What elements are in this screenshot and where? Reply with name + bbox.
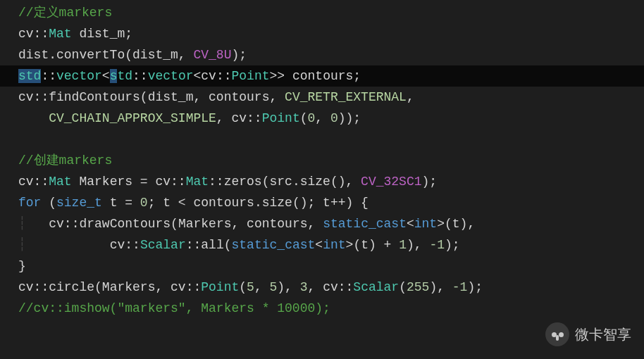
code-line: ┆ cv::drawContours(Markers, contours, st…	[0, 213, 644, 234]
code-line: CV_CHAIN_APPROX_SIMPLE, cv::Point(0, 0))…	[0, 108, 644, 129]
code-line: //创建markers	[0, 150, 644, 171]
code-line: ┆ cv::Scalar::all(static_cast<int>(t) + …	[0, 234, 644, 256]
selection: std	[18, 69, 41, 83]
code-line: cv::Mat Markers = cv::Mat::zeros(src.siz…	[0, 171, 644, 192]
watermark: 微卡智享	[545, 322, 631, 346]
code-line: //cv::imshow("markers", Markers * 10000)…	[0, 298, 644, 319]
wechat-icon	[545, 322, 569, 346]
code-line: //定义markers	[0, 2, 644, 23]
code-line: for (size_t t = 0; t < contours.size(); …	[0, 192, 644, 213]
code-line: cv::Mat dist_m;	[0, 23, 644, 44]
code-line: cv::circle(Markers, cv::Point(5, 5), 3, …	[0, 277, 644, 298]
code-line: dist.convertTo(dist_m, CV_8U);	[0, 44, 644, 65]
watermark-text: 微卡智享	[575, 324, 631, 345]
code-editor[interactable]: //定义markers cv::Mat dist_m; dist.convert…	[0, 2, 644, 319]
code-line: cv::findContours(dist_m, contours, CV_RE…	[0, 87, 644, 108]
comment: //创建markers	[18, 153, 112, 168]
code-line: }	[0, 256, 644, 277]
comment: //定义markers	[18, 6, 112, 20]
code-line-empty	[0, 129, 644, 150]
selection: s	[110, 69, 118, 83]
code-line-active: std::vector<std::vector<cv::Point>> cont…	[0, 65, 644, 87]
comment: //cv::imshow("markers", Markers * 10000)…	[18, 301, 330, 315]
